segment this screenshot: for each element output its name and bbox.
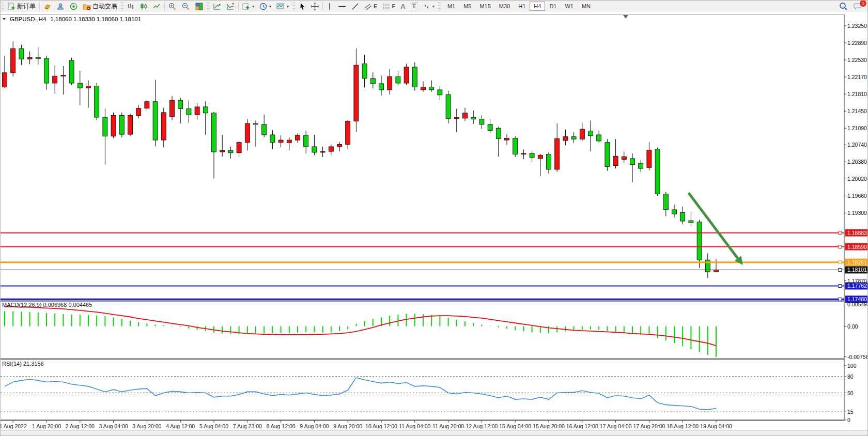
candle-body <box>337 144 342 147</box>
price-level-handle[interactable] <box>839 231 842 235</box>
trend-arrow-shaft[interactable] <box>689 194 739 260</box>
new-chart-button[interactable]: ▾ <box>240 2 257 11</box>
price-axis-label: 1.20020 <box>847 176 867 182</box>
candle-body <box>639 163 643 168</box>
timeframe-button-m5[interactable]: M5 <box>459 2 475 11</box>
new-order-button[interactable]: 新订单 <box>5 1 38 12</box>
indicator-window-icon <box>226 3 235 10</box>
timeframe-toolbar: M1M5M15M30H1H4D1W1MN <box>442 1 596 12</box>
candle-body <box>396 76 400 83</box>
vertical-line-tool[interactable] <box>324 2 335 11</box>
timeframe-button-m1[interactable]: M1 <box>443 2 459 11</box>
chart-shift-marker[interactable] <box>623 15 628 19</box>
notifications-button[interactable]: 1 <box>850 1 864 11</box>
new-chart-caret[interactable]: ▾ <box>252 4 254 9</box>
crosshair-icon <box>311 3 319 10</box>
fibonacci-tool[interactable]: F <box>380 2 398 11</box>
candle-body <box>153 102 158 140</box>
timeframe-button-h1[interactable]: H1 <box>514 2 530 11</box>
timeframe-button-d1[interactable]: D1 <box>545 2 561 11</box>
candle-body <box>370 79 375 84</box>
fibonacci-icon <box>382 3 390 10</box>
cursor-tool-button[interactable] <box>296 2 308 11</box>
macd-axis-label: 0.00 <box>847 323 858 330</box>
candle-body <box>505 138 509 140</box>
candle-body <box>605 143 610 167</box>
chart-area[interactable]: 1.188831.185901.182611.181011.177621.174… <box>1 12 868 430</box>
candle-body <box>3 73 7 87</box>
time-axis-label: 5 Aug 04:00 <box>199 423 228 429</box>
candle-body <box>697 222 702 260</box>
line-chart-icon <box>153 3 161 10</box>
price-level-handle[interactable] <box>839 245 842 248</box>
auto-trading-button[interactable]: 自动交易 <box>80 1 120 12</box>
timeframe-button-mn[interactable]: MN <box>578 2 595 11</box>
candle-body <box>454 117 459 119</box>
text-tool[interactable]: A <box>398 2 408 11</box>
candle-body <box>613 156 618 165</box>
horizontal-line-tool[interactable] <box>335 2 349 11</box>
price-level-badge-text: 1.18883 <box>847 230 867 236</box>
price-chart-canvas[interactable]: 1.188831.185901.182611.181011.177621.174… <box>1 12 868 430</box>
search-button[interactable] <box>836 1 850 11</box>
timeframe-button-w1[interactable]: W1 <box>561 2 578 11</box>
candlestick-chart-button[interactable] <box>137 2 150 11</box>
templates-button[interactable]: ▾ <box>274 2 291 11</box>
candle-body <box>161 113 166 140</box>
price-level-handle[interactable] <box>839 298 842 301</box>
price-level-handle[interactable] <box>839 268 842 271</box>
price-level-handle[interactable] <box>839 261 842 264</box>
time-axis-label: 19 Aug 04:00 <box>700 423 732 429</box>
candle-body <box>69 60 74 83</box>
gold-bar-button[interactable] <box>41 2 54 11</box>
profile-button[interactable] <box>54 2 67 11</box>
candle-body <box>496 128 501 138</box>
crosshair-tool-button[interactable] <box>308 2 321 11</box>
candle-body <box>438 90 442 95</box>
rsi-axis-label: 15 <box>847 409 854 415</box>
candle-body <box>95 86 99 118</box>
candle-body <box>228 150 233 153</box>
trendline-tool[interactable] <box>349 2 362 11</box>
indicator-window-button[interactable] <box>224 2 237 11</box>
candle-body <box>680 212 685 221</box>
price-level-handle[interactable] <box>839 284 842 287</box>
symbol-dropdown-marker[interactable] <box>3 18 6 20</box>
candle-body <box>479 119 484 124</box>
rsi-axis-label: 80 <box>847 373 854 380</box>
candle-body <box>270 135 275 143</box>
periods-button[interactable]: ▾ <box>257 2 274 11</box>
candle-body <box>262 124 267 135</box>
candle-body <box>714 270 719 272</box>
shapes-caret[interactable]: ▾ <box>432 4 435 9</box>
shapes-tool[interactable]: ▾ <box>420 2 437 11</box>
candle-body <box>530 153 534 158</box>
timeframe-button-h4[interactable]: H4 <box>530 2 545 11</box>
candle-body <box>538 155 542 158</box>
zoom-in-button[interactable] <box>166 2 179 11</box>
channel-tool[interactable]: E <box>362 2 380 11</box>
time-axis-label: 9 Aug 04:00 <box>300 423 329 429</box>
line-chart-button[interactable] <box>150 2 163 11</box>
candle-body <box>11 49 16 73</box>
timeframe-button-m15[interactable]: M15 <box>475 2 494 11</box>
bar-chart-button[interactable] <box>125 2 137 11</box>
periods-caret[interactable]: ▾ <box>269 4 271 9</box>
candle-body <box>622 157 626 160</box>
time-axis-label: 11 Aug 04:00 <box>399 423 430 429</box>
templates-caret[interactable]: ▾ <box>287 4 289 9</box>
notification-badge: 1 <box>859 0 867 7</box>
tile-windows-button[interactable] <box>193 2 206 11</box>
label-tool[interactable]: T <box>408 1 420 11</box>
mt4-window: 新订单 自动交易 <box>0 0 868 436</box>
indicators-button[interactable] <box>210 2 224 11</box>
zoom-out-button[interactable] <box>179 2 193 11</box>
time-axis-label: 17 Aug 20:00 <box>633 423 665 429</box>
candle-body <box>513 138 518 154</box>
candlestick-icon <box>140 3 148 10</box>
toolbar-grip[interactable] <box>2 2 4 10</box>
bar-chart-icon <box>127 3 135 10</box>
symbol-ohlc-values: 1.18060 1.18330 1.18060 1.18101 <box>50 16 141 22</box>
timeframe-button-m30[interactable]: M30 <box>495 2 514 11</box>
signal-button[interactable] <box>67 2 80 11</box>
